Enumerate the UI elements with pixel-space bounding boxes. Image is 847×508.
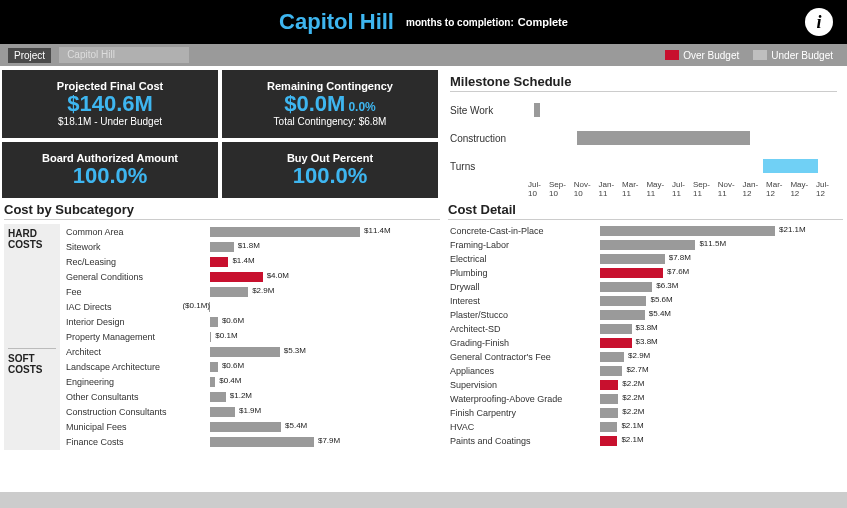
detail-row[interactable]: Appliances$2.7M — [448, 364, 843, 378]
detail-label: Waterproofing-Above Grade — [448, 394, 598, 404]
bar-label: Rec/Leasing — [60, 257, 190, 267]
detail-label: Interest — [448, 296, 598, 306]
bar-fill — [210, 347, 280, 357]
bar-row[interactable]: General Conditions$4.0M — [60, 269, 440, 284]
bar-row[interactable]: Interior Design$0.6M — [60, 314, 440, 329]
cost-detail-title: Cost Detail — [448, 202, 843, 220]
detail-bar-fill — [600, 226, 775, 236]
bar-value: $0.4M — [219, 376, 241, 385]
detail-value: $2.1M — [621, 421, 643, 430]
footer — [0, 492, 847, 508]
bar-row[interactable]: Finance Costs$7.9M — [60, 434, 440, 449]
cost-subcategory-panel: Cost by Subcategory HARD COSTS SOFT COST… — [4, 202, 440, 450]
bar-label: Property Management — [60, 332, 190, 342]
detail-value: $5.6M — [650, 295, 672, 304]
bar-row[interactable]: Landscape Architecture$0.6M — [60, 359, 440, 374]
bar-row[interactable]: Other Consultants$1.2M — [60, 389, 440, 404]
cost-sub-title: Cost by Subcategory — [4, 202, 440, 220]
detail-row[interactable]: Drywall$6.3M — [448, 280, 843, 294]
detail-row[interactable]: Plumbing$7.6M — [448, 266, 843, 280]
bar-row[interactable]: Engineering$0.4M — [60, 374, 440, 389]
bar-row[interactable]: Municipal Fees$5.4M — [60, 419, 440, 434]
detail-bar-fill — [600, 240, 695, 250]
gantt-row[interactable]: Site Work — [450, 96, 837, 124]
detail-bar-fill — [600, 352, 624, 362]
detail-bar-fill — [600, 296, 646, 306]
detail-row[interactable]: Architect-SD$3.8M — [448, 322, 843, 336]
kpi-board-authorized[interactable]: Board Authorized Amount 100.0% — [2, 142, 218, 199]
gantt-label: Construction — [450, 133, 528, 144]
bar-fill — [210, 362, 218, 372]
bar-row[interactable]: Fee$2.9M — [60, 284, 440, 299]
kpi-projected-final[interactable]: Projected Final Cost $140.6M $18.1M - Un… — [2, 70, 218, 138]
filter-label: Project — [8, 48, 51, 63]
detail-value: $2.2M — [622, 379, 644, 388]
detail-label: Plaster/Stucco — [448, 310, 598, 320]
detail-row[interactable]: Concrete-Cast-in-Place$21.1M — [448, 224, 843, 238]
detail-row[interactable]: Grading-Finish$3.8M — [448, 336, 843, 350]
bar-fill — [210, 332, 211, 342]
bar-fill — [210, 242, 234, 252]
bar-label: Common Area — [60, 227, 190, 237]
detail-label: Framing-Labor — [448, 240, 598, 250]
detail-row[interactable]: General Contractor's Fee$2.9M — [448, 350, 843, 364]
bar-row[interactable]: Property Management$0.1M — [60, 329, 440, 344]
detail-value: $7.6M — [667, 267, 689, 276]
kpi-remaining-contingency[interactable]: Remaining Contingency $0.0M0.0% Total Co… — [222, 70, 438, 138]
bar-label: Architect — [60, 347, 190, 357]
detail-label: Architect-SD — [448, 324, 598, 334]
bar-value: $0.6M — [222, 316, 244, 325]
bar-row[interactable]: Sitework$1.8M — [60, 239, 440, 254]
bar-label: Construction Consultants — [60, 407, 190, 417]
detail-value: $2.9M — [628, 351, 650, 360]
gantt-label: Site Work — [450, 105, 528, 116]
detail-label: Drywall — [448, 282, 598, 292]
detail-row[interactable]: Interest$5.6M — [448, 294, 843, 308]
detail-row[interactable]: Waterproofing-Above Grade$2.2M — [448, 392, 843, 406]
bar-label: Municipal Fees — [60, 422, 190, 432]
detail-value: $2.2M — [622, 407, 644, 416]
detail-row[interactable]: Electrical$7.8M — [448, 252, 843, 266]
detail-bar-fill — [600, 282, 652, 292]
detail-value: $2.2M — [622, 393, 644, 402]
legend-under: Under Budget — [753, 50, 833, 61]
detail-value: $6.3M — [656, 281, 678, 290]
legend-under-swatch — [753, 50, 767, 60]
bar-row[interactable]: IAC Directs($0.1M) — [60, 299, 440, 314]
gantt-row[interactable]: Turns — [450, 152, 837, 180]
legend-over-swatch — [665, 50, 679, 60]
project-dropdown[interactable]: Capitol Hill — [59, 47, 189, 63]
detail-bar-fill — [600, 436, 617, 446]
detail-row[interactable]: Plaster/Stucco$5.4M — [448, 308, 843, 322]
legend-over: Over Budget — [665, 50, 739, 61]
bar-fill — [210, 272, 263, 282]
kpi-buy-out[interactable]: Buy Out Percent 100.0% — [222, 142, 438, 199]
bar-value: $11.4M — [364, 226, 391, 235]
detail-row[interactable]: Paints and Coatings$2.1M — [448, 434, 843, 448]
bar-label: Engineering — [60, 377, 190, 387]
bar-value: $0.6M — [222, 361, 244, 370]
detail-bar-fill — [600, 408, 618, 418]
bar-row[interactable]: Architect$5.3M — [60, 344, 440, 359]
bar-label: IAC Directs — [60, 302, 190, 312]
bar-label: Fee — [60, 287, 190, 297]
gantt-row[interactable]: Construction — [450, 124, 837, 152]
gantt-bar — [534, 103, 540, 117]
detail-row[interactable]: Supervision$2.2M — [448, 378, 843, 392]
info-icon[interactable]: i — [805, 8, 833, 36]
bar-row[interactable]: Rec/Leasing$1.4M — [60, 254, 440, 269]
detail-label: Paints and Coatings — [448, 436, 598, 446]
cost-detail-panel: Cost Detail Concrete-Cast-in-Place$21.1M… — [448, 202, 843, 450]
detail-bar-fill — [600, 310, 645, 320]
detail-row[interactable]: Finish Carpentry$2.2M — [448, 406, 843, 420]
legend: Over Budget Under Budget — [665, 50, 833, 61]
bar-row[interactable]: Construction Consultants$1.9M — [60, 404, 440, 419]
bar-value: $4.0M — [267, 271, 289, 280]
detail-label: Grading-Finish — [448, 338, 598, 348]
bar-label: Finance Costs — [60, 437, 190, 447]
detail-row[interactable]: HVAC$2.1M — [448, 420, 843, 434]
detail-value: $7.8M — [669, 253, 691, 262]
bar-fill — [210, 437, 314, 447]
bar-row[interactable]: Common Area$11.4M — [60, 224, 440, 239]
detail-row[interactable]: Framing-Labor$11.5M — [448, 238, 843, 252]
